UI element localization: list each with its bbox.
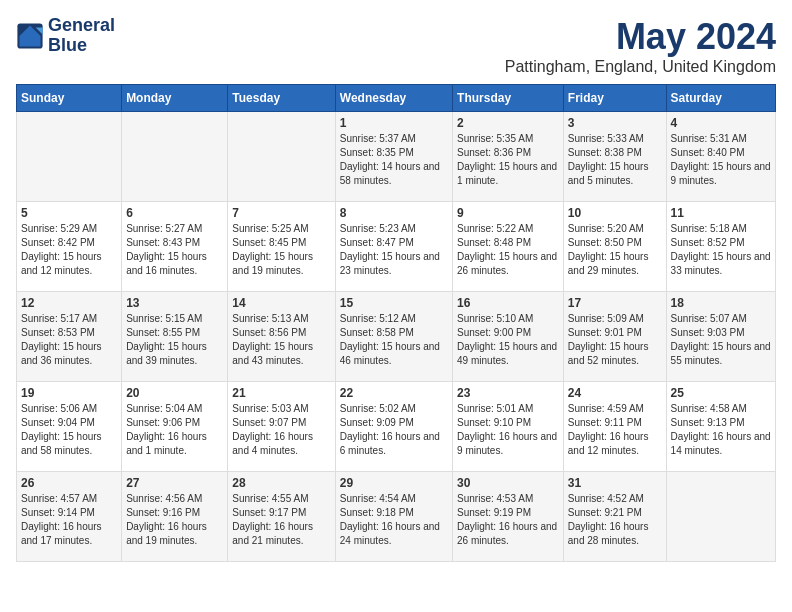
header-cell-thursday: Thursday	[453, 85, 564, 112]
day-number: 23	[457, 386, 559, 400]
header-cell-saturday: Saturday	[666, 85, 775, 112]
day-info: Sunrise: 4:52 AM Sunset: 9:21 PM Dayligh…	[568, 492, 662, 548]
calendar-cell: 23Sunrise: 5:01 AM Sunset: 9:10 PM Dayli…	[453, 382, 564, 472]
calendar-cell: 7Sunrise: 5:25 AM Sunset: 8:45 PM Daylig…	[228, 202, 335, 292]
day-info: Sunrise: 5:18 AM Sunset: 8:52 PM Dayligh…	[671, 222, 771, 278]
calendar-cell	[17, 112, 122, 202]
calendar-cell: 5Sunrise: 5:29 AM Sunset: 8:42 PM Daylig…	[17, 202, 122, 292]
calendar-cell: 19Sunrise: 5:06 AM Sunset: 9:04 PM Dayli…	[17, 382, 122, 472]
day-info: Sunrise: 5:06 AM Sunset: 9:04 PM Dayligh…	[21, 402, 117, 458]
day-number: 20	[126, 386, 223, 400]
calendar-cell: 31Sunrise: 4:52 AM Sunset: 9:21 PM Dayli…	[563, 472, 666, 562]
month-title: May 2024	[505, 16, 776, 58]
day-info: Sunrise: 5:09 AM Sunset: 9:01 PM Dayligh…	[568, 312, 662, 368]
day-info: Sunrise: 5:04 AM Sunset: 9:06 PM Dayligh…	[126, 402, 223, 458]
calendar-cell: 2Sunrise: 5:35 AM Sunset: 8:36 PM Daylig…	[453, 112, 564, 202]
day-number: 18	[671, 296, 771, 310]
day-info: Sunrise: 5:29 AM Sunset: 8:42 PM Dayligh…	[21, 222, 117, 278]
week-row-1: 1Sunrise: 5:37 AM Sunset: 8:35 PM Daylig…	[17, 112, 776, 202]
header-cell-sunday: Sunday	[17, 85, 122, 112]
calendar-cell: 4Sunrise: 5:31 AM Sunset: 8:40 PM Daylig…	[666, 112, 775, 202]
day-number: 25	[671, 386, 771, 400]
day-info: Sunrise: 4:54 AM Sunset: 9:18 PM Dayligh…	[340, 492, 448, 548]
day-info: Sunrise: 5:03 AM Sunset: 9:07 PM Dayligh…	[232, 402, 330, 458]
calendar-cell: 15Sunrise: 5:12 AM Sunset: 8:58 PM Dayli…	[335, 292, 452, 382]
day-info: Sunrise: 5:22 AM Sunset: 8:48 PM Dayligh…	[457, 222, 559, 278]
day-info: Sunrise: 5:12 AM Sunset: 8:58 PM Dayligh…	[340, 312, 448, 368]
logo-text: General Blue	[48, 16, 115, 56]
day-info: Sunrise: 4:55 AM Sunset: 9:17 PM Dayligh…	[232, 492, 330, 548]
calendar-cell: 21Sunrise: 5:03 AM Sunset: 9:07 PM Dayli…	[228, 382, 335, 472]
calendar-cell: 8Sunrise: 5:23 AM Sunset: 8:47 PM Daylig…	[335, 202, 452, 292]
logo: General Blue	[16, 16, 115, 56]
day-number: 11	[671, 206, 771, 220]
day-number: 9	[457, 206, 559, 220]
day-number: 8	[340, 206, 448, 220]
day-info: Sunrise: 5:10 AM Sunset: 9:00 PM Dayligh…	[457, 312, 559, 368]
day-number: 17	[568, 296, 662, 310]
day-info: Sunrise: 4:56 AM Sunset: 9:16 PM Dayligh…	[126, 492, 223, 548]
calendar-cell	[228, 112, 335, 202]
day-info: Sunrise: 5:23 AM Sunset: 8:47 PM Dayligh…	[340, 222, 448, 278]
day-info: Sunrise: 5:33 AM Sunset: 8:38 PM Dayligh…	[568, 132, 662, 188]
header-row: SundayMondayTuesdayWednesdayThursdayFrid…	[17, 85, 776, 112]
calendar-cell	[122, 112, 228, 202]
day-info: Sunrise: 5:13 AM Sunset: 8:56 PM Dayligh…	[232, 312, 330, 368]
calendar-cell: 1Sunrise: 5:37 AM Sunset: 8:35 PM Daylig…	[335, 112, 452, 202]
calendar-cell: 27Sunrise: 4:56 AM Sunset: 9:16 PM Dayli…	[122, 472, 228, 562]
header-cell-wednesday: Wednesday	[335, 85, 452, 112]
day-number: 3	[568, 116, 662, 130]
day-number: 22	[340, 386, 448, 400]
calendar-cell: 11Sunrise: 5:18 AM Sunset: 8:52 PM Dayli…	[666, 202, 775, 292]
day-info: Sunrise: 5:02 AM Sunset: 9:09 PM Dayligh…	[340, 402, 448, 458]
header-cell-tuesday: Tuesday	[228, 85, 335, 112]
week-row-3: 12Sunrise: 5:17 AM Sunset: 8:53 PM Dayli…	[17, 292, 776, 382]
day-number: 4	[671, 116, 771, 130]
week-row-2: 5Sunrise: 5:29 AM Sunset: 8:42 PM Daylig…	[17, 202, 776, 292]
calendar-cell: 28Sunrise: 4:55 AM Sunset: 9:17 PM Dayli…	[228, 472, 335, 562]
calendar-cell: 3Sunrise: 5:33 AM Sunset: 8:38 PM Daylig…	[563, 112, 666, 202]
calendar-cell: 24Sunrise: 4:59 AM Sunset: 9:11 PM Dayli…	[563, 382, 666, 472]
header-cell-friday: Friday	[563, 85, 666, 112]
day-number: 29	[340, 476, 448, 490]
calendar-cell: 13Sunrise: 5:15 AM Sunset: 8:55 PM Dayli…	[122, 292, 228, 382]
day-number: 30	[457, 476, 559, 490]
header: General Blue May 2024 Pattingham, Englan…	[16, 16, 776, 76]
day-info: Sunrise: 5:07 AM Sunset: 9:03 PM Dayligh…	[671, 312, 771, 368]
day-info: Sunrise: 4:53 AM Sunset: 9:19 PM Dayligh…	[457, 492, 559, 548]
calendar-table: SundayMondayTuesdayWednesdayThursdayFrid…	[16, 84, 776, 562]
calendar-cell: 30Sunrise: 4:53 AM Sunset: 9:19 PM Dayli…	[453, 472, 564, 562]
day-info: Sunrise: 5:31 AM Sunset: 8:40 PM Dayligh…	[671, 132, 771, 188]
calendar-cell: 10Sunrise: 5:20 AM Sunset: 8:50 PM Dayli…	[563, 202, 666, 292]
calendar-cell: 17Sunrise: 5:09 AM Sunset: 9:01 PM Dayli…	[563, 292, 666, 382]
calendar-cell: 12Sunrise: 5:17 AM Sunset: 8:53 PM Dayli…	[17, 292, 122, 382]
day-number: 24	[568, 386, 662, 400]
day-number: 14	[232, 296, 330, 310]
day-info: Sunrise: 5:20 AM Sunset: 8:50 PM Dayligh…	[568, 222, 662, 278]
week-row-4: 19Sunrise: 5:06 AM Sunset: 9:04 PM Dayli…	[17, 382, 776, 472]
day-number: 19	[21, 386, 117, 400]
calendar-cell: 9Sunrise: 5:22 AM Sunset: 8:48 PM Daylig…	[453, 202, 564, 292]
location-title: Pattingham, England, United Kingdom	[505, 58, 776, 76]
calendar-cell: 16Sunrise: 5:10 AM Sunset: 9:00 PM Dayli…	[453, 292, 564, 382]
day-number: 15	[340, 296, 448, 310]
day-number: 28	[232, 476, 330, 490]
calendar-cell: 6Sunrise: 5:27 AM Sunset: 8:43 PM Daylig…	[122, 202, 228, 292]
calendar-cell: 29Sunrise: 4:54 AM Sunset: 9:18 PM Dayli…	[335, 472, 452, 562]
calendar-cell: 18Sunrise: 5:07 AM Sunset: 9:03 PM Dayli…	[666, 292, 775, 382]
day-number: 13	[126, 296, 223, 310]
calendar-cell: 26Sunrise: 4:57 AM Sunset: 9:14 PM Dayli…	[17, 472, 122, 562]
day-number: 12	[21, 296, 117, 310]
day-number: 10	[568, 206, 662, 220]
logo-icon	[16, 22, 44, 50]
day-number: 31	[568, 476, 662, 490]
day-number: 5	[21, 206, 117, 220]
day-info: Sunrise: 5:15 AM Sunset: 8:55 PM Dayligh…	[126, 312, 223, 368]
day-info: Sunrise: 4:59 AM Sunset: 9:11 PM Dayligh…	[568, 402, 662, 458]
day-number: 16	[457, 296, 559, 310]
day-number: 21	[232, 386, 330, 400]
header-cell-monday: Monday	[122, 85, 228, 112]
day-number: 1	[340, 116, 448, 130]
week-row-5: 26Sunrise: 4:57 AM Sunset: 9:14 PM Dayli…	[17, 472, 776, 562]
day-number: 2	[457, 116, 559, 130]
